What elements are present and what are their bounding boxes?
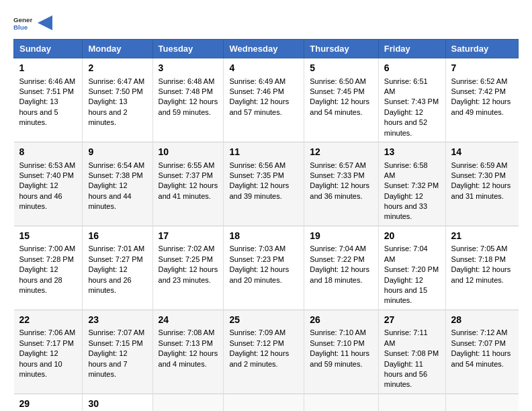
logo: General Blue (13, 13, 52, 32)
day-number: 15 (19, 230, 77, 243)
calendar-week-row: 15Sunrise: 7:00 AMSunset: 7:28 PMDayligh… (14, 226, 519, 310)
calendar-cell: 26Sunrise: 7:10 AMSunset: 7:10 PMDayligh… (304, 310, 379, 394)
sunrise-text: Sunrise: 6:52 AM (451, 77, 508, 85)
daylight-text: Daylight: 12 hours and 26 minutes. (88, 265, 131, 294)
sunset-text: Sunset: 7:37 PM (159, 171, 213, 179)
daylight-text: Daylight: 12 hours and 31 minutes. (451, 181, 511, 199)
calendar-cell (224, 394, 304, 411)
daylight-text: Daylight: 11 hours and 54 minutes. (451, 349, 511, 367)
day-number: 10 (159, 146, 218, 159)
calendar-week-row: 22Sunrise: 7:06 AMSunset: 7:17 PMDayligh… (14, 310, 519, 394)
sunrise-text: Sunrise: 6:58 AM (384, 161, 428, 179)
day-number: 1 (19, 62, 77, 75)
sunset-text: Sunset: 7:40 PM (19, 171, 74, 179)
sunset-text: Sunset: 7:13 PM (159, 339, 213, 347)
day-number: 18 (229, 230, 298, 243)
daylight-text: Daylight: 12 hours and 49 minutes. (451, 97, 511, 116)
sunset-text: Sunset: 7:10 PM (310, 339, 364, 347)
sunset-text: Sunset: 7:23 PM (229, 255, 283, 263)
calendar-cell: 21Sunrise: 7:05 AMSunset: 7:18 PMDayligh… (445, 226, 518, 310)
day-number: 12 (310, 146, 373, 159)
daylight-text: Daylight: 12 hours and 52 minutes. (384, 108, 427, 137)
calendar-week-row: 8Sunrise: 6:53 AMSunset: 7:40 PMDaylight… (14, 142, 519, 226)
day-number: 14 (451, 146, 513, 159)
sunset-text: Sunset: 7:38 PM (88, 171, 142, 179)
sunrise-text: Sunrise: 7:00 AM (19, 244, 76, 253)
calendar-cell: 8Sunrise: 6:53 AMSunset: 7:40 PMDaylight… (14, 142, 83, 226)
daylight-text: Daylight: 12 hours and 10 minutes. (19, 349, 62, 378)
sunset-text: Sunset: 7:30 PM (451, 171, 506, 179)
day-number: 5 (310, 62, 373, 75)
daylight-text: Daylight: 12 hours and 41 minutes. (159, 181, 218, 199)
day-number: 26 (310, 314, 373, 327)
day-number: 9 (88, 146, 146, 159)
day-number: 8 (19, 146, 77, 159)
calendar-cell: 22Sunrise: 7:06 AMSunset: 7:17 PMDayligh… (14, 310, 83, 394)
daylight-text: Daylight: 12 hours and 2 minutes. (229, 349, 289, 367)
calendar-cell: 29Sunrise: 7:13 AMSunset: 7:05 PMDayligh… (14, 394, 83, 411)
calendar-cell: 15Sunrise: 7:00 AMSunset: 7:28 PMDayligh… (14, 226, 83, 310)
sunset-text: Sunset: 7:35 PM (229, 171, 283, 179)
sunrise-text: Sunrise: 7:08 AM (159, 328, 215, 336)
day-number: 21 (451, 230, 513, 243)
calendar-cell: 5Sunrise: 6:50 AMSunset: 7:45 PMDaylight… (304, 58, 379, 142)
calendar-cell: 7Sunrise: 6:52 AMSunset: 7:42 PMDaylight… (445, 58, 518, 142)
header-saturday: Saturday (445, 40, 518, 58)
day-number: 23 (88, 314, 146, 327)
day-number: 2 (88, 62, 146, 75)
calendar-week-row: 1Sunrise: 6:46 AMSunset: 7:51 PMDaylight… (14, 58, 519, 142)
calendar-cell: 17Sunrise: 7:02 AMSunset: 7:25 PMDayligh… (152, 226, 224, 310)
day-number: 30 (88, 398, 146, 411)
day-number: 3 (159, 62, 218, 75)
sunset-text: Sunset: 7:18 PM (451, 255, 506, 263)
day-number: 25 (229, 314, 298, 327)
sunset-text: Sunset: 7:25 PM (159, 255, 213, 263)
daylight-text: Daylight: 12 hours and 28 minutes. (19, 265, 62, 294)
calendar-cell: 19Sunrise: 7:04 AMSunset: 7:22 PMDayligh… (304, 226, 379, 310)
daylight-text: Daylight: 12 hours and 7 minutes. (88, 349, 127, 378)
day-number: 6 (384, 62, 440, 75)
calendar-cell: 14Sunrise: 6:59 AMSunset: 7:30 PMDayligh… (445, 142, 518, 226)
calendar-cell: 4Sunrise: 6:49 AMSunset: 7:46 PMDaylight… (224, 58, 304, 142)
calendar-cell: 23Sunrise: 7:07 AMSunset: 7:15 PMDayligh… (83, 310, 152, 394)
sunset-text: Sunset: 7:45 PM (310, 87, 364, 95)
calendar-cell: 13Sunrise: 6:58 AMSunset: 7:32 PMDayligh… (378, 142, 445, 226)
sunrise-text: Sunrise: 7:06 AM (19, 328, 76, 336)
daylight-text: Daylight: 11 hours and 56 minutes. (384, 360, 427, 389)
logo-arrow-icon (38, 15, 52, 30)
sunrise-text: Sunrise: 6:50 AM (310, 77, 366, 85)
calendar-cell: 27Sunrise: 7:11 AMSunset: 7:08 PMDayligh… (378, 310, 445, 394)
daylight-text: Daylight: 12 hours and 39 minutes. (229, 181, 289, 199)
daylight-text: Daylight: 13 hours and 5 minutes. (19, 97, 58, 126)
svg-text:Blue: Blue (13, 24, 28, 31)
calendar-cell: 6Sunrise: 6:51 AMSunset: 7:43 PMDaylight… (378, 58, 445, 142)
sunset-text: Sunset: 7:15 PM (88, 339, 142, 347)
day-number: 4 (229, 62, 298, 75)
calendar-cell: 24Sunrise: 7:08 AMSunset: 7:13 PMDayligh… (152, 310, 224, 394)
sunrise-text: Sunrise: 7:04 AM (310, 244, 366, 253)
sunrise-text: Sunrise: 7:05 AM (451, 244, 508, 253)
sunset-text: Sunset: 7:08 PM (384, 349, 439, 357)
daylight-text: Daylight: 11 hours and 59 minutes. (310, 349, 369, 367)
header-monday: Monday (83, 40, 152, 58)
header-thursday: Thursday (304, 40, 379, 58)
daylight-text: Daylight: 12 hours and 23 minutes. (159, 265, 218, 283)
sunset-text: Sunset: 7:50 PM (88, 87, 142, 95)
sunset-text: Sunset: 7:32 PM (384, 181, 439, 189)
calendar-table: SundayMondayTuesdayWednesdayThursdayFrid… (13, 39, 519, 411)
calendar-week-row: 29Sunrise: 7:13 AMSunset: 7:05 PMDayligh… (14, 394, 519, 411)
daylight-text: Daylight: 12 hours and 4 minutes. (159, 349, 218, 367)
calendar-cell (378, 394, 445, 411)
calendar-cell: 16Sunrise: 7:01 AMSunset: 7:27 PMDayligh… (83, 226, 152, 310)
sunrise-text: Sunrise: 7:11 AM (384, 328, 428, 347)
sunset-text: Sunset: 7:12 PM (229, 339, 283, 347)
daylight-text: Daylight: 12 hours and 12 minutes. (451, 265, 511, 283)
sunset-text: Sunset: 7:51 PM (19, 87, 74, 95)
sunset-text: Sunset: 7:20 PM (384, 265, 439, 273)
sunset-text: Sunset: 7:17 PM (19, 339, 74, 347)
daylight-text: Daylight: 12 hours and 59 minutes. (159, 97, 218, 116)
sunrise-text: Sunrise: 6:49 AM (229, 77, 285, 85)
calendar-cell (445, 394, 518, 411)
day-number: 7 (451, 62, 513, 75)
day-number: 29 (19, 398, 77, 411)
